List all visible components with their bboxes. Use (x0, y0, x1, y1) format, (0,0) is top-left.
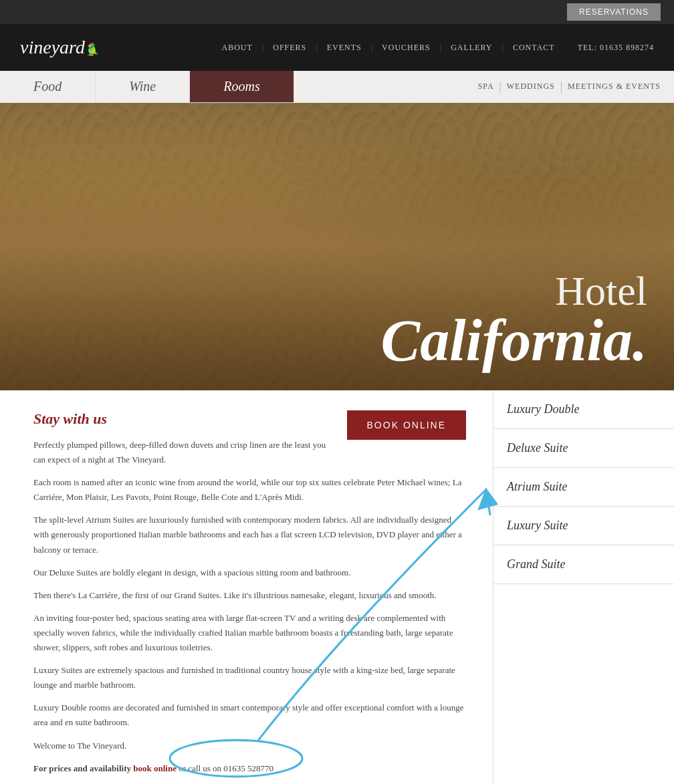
paragraph-9: Welcome to The Vineyard. (33, 739, 466, 753)
tab-weddings[interactable]: WEDDINGS (507, 82, 555, 92)
content-area: BOOK ONLINE Stay with us Perfectly plump… (0, 390, 674, 784)
sidebar-deluxe-suite[interactable]: Deluxe Suite (493, 429, 674, 468)
tab-spa[interactable]: SPA (478, 82, 494, 92)
bird-icon: 🦜 (85, 43, 100, 56)
sidebar-luxury-suite[interactable]: Luxury Suite (493, 507, 674, 545)
price-availability-text: For prices and availability (33, 763, 133, 773)
nav-about[interactable]: ABOUT (213, 43, 262, 53)
paragraph-8: Luxury Double rooms are decorated and fu… (33, 700, 466, 730)
nav-vouchers[interactable]: VOUCHERS (372, 43, 440, 53)
main-content: BOOK ONLINE Stay with us Perfectly plump… (0, 390, 493, 784)
nav-events[interactable]: EVENTS (318, 43, 371, 53)
paragraph-10: For prices and availability book online … (33, 761, 466, 776)
paragraph-1: Perfectly plumped pillows, deep-filled d… (33, 438, 466, 467)
sidebar-luxury-double[interactable]: Luxury Double (493, 390, 674, 429)
paragraph-7: Luxury Suites are extremely spacious and… (33, 663, 466, 692)
book-online-button[interactable]: BOOK ONLINE (347, 410, 466, 440)
tel-number: TEL: 01635 898274 (578, 43, 654, 53)
paragraph-3: The split-level Atrium Suites are luxuri… (33, 513, 466, 557)
sidebar: Luxury Double Deluxe Suite Atrium Suite … (493, 390, 674, 784)
nav-gallery[interactable]: GALLERY (441, 43, 501, 53)
call-text: or call us on 01635 528770 (177, 763, 273, 773)
main-nav: ABOUT | OFFERS | EVENTS | VOUCHERS | GAL… (213, 43, 654, 53)
tab-left: Food Wine Rooms (0, 71, 294, 102)
nav-contact[interactable]: CONTACT (503, 43, 564, 53)
tab-nav: Food Wine Rooms SPA | WEDDINGS | MEETING… (0, 71, 674, 103)
hero: Hotel California. (0, 103, 674, 390)
paragraph-5: Then there's La Carriére, the first of o… (33, 588, 466, 603)
sidebar-atrium-suite[interactable]: Atrium Suite (493, 468, 674, 507)
hero-california-text: California. (380, 311, 647, 370)
tab-right-sep-1: | (499, 81, 501, 93)
hero-hotel-text: Hotel (380, 270, 647, 311)
paragraph-4: Our Deluxe Suites are boldly elegant in … (33, 565, 466, 580)
sidebar-grand-suite[interactable]: Grand Suite (493, 545, 674, 584)
logo: vineyard🦜 (20, 37, 100, 58)
nav-offers[interactable]: OFFERS (263, 43, 316, 53)
tab-right-sep-2: | (560, 81, 562, 93)
hero-text: Hotel California. (380, 257, 674, 390)
reservations-button[interactable]: RESERVATIONS (567, 3, 661, 21)
tab-rooms[interactable]: Rooms (190, 71, 294, 102)
header: vineyard🦜 ABOUT | OFFERS | EVENTS | VOUC… (0, 24, 674, 71)
top-bar: RESERVATIONS (0, 0, 674, 24)
tab-wine[interactable]: Wine (96, 71, 190, 102)
paragraph-2: Each room is named after an iconic wine … (33, 475, 466, 505)
tab-food[interactable]: Food (0, 71, 96, 102)
tab-meetings[interactable]: MEETINGS & EVENTS (568, 82, 661, 92)
paragraph-6: An inviting four-poster bed, spacious se… (33, 611, 466, 655)
book-online-link[interactable]: book online (133, 763, 177, 773)
tab-right: SPA | WEDDINGS | MEETINGS & EVENTS (478, 71, 674, 102)
